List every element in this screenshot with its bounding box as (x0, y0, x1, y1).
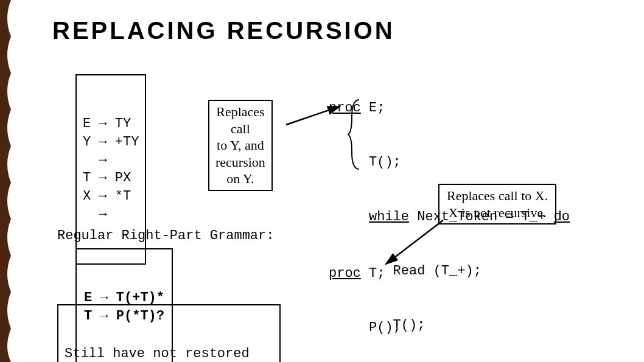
replaces-x-box: Replaces call to X. X is not recursive. (438, 184, 556, 225)
code-e-l1: proc E; (329, 99, 570, 117)
replaces-y-box: Replaces call to Y, and recursion on Y. (208, 100, 273, 191)
code-proc-t: proc T; P(); if Next_Token = T_* then Re… (329, 229, 570, 362)
replaces-x-text: Replaces call to X. X is not recursive. (447, 187, 548, 221)
code-t-l2: P(); (329, 319, 570, 337)
still-box: Still have not restored left associativi… (57, 304, 281, 362)
code-e-l2: T(); (329, 153, 570, 172)
still-text: Still have not restored left associativi… (65, 345, 273, 362)
replaces-y-text: Replaces call to Y, and recursion on Y. (215, 103, 265, 187)
slide-title: REPLACING RECURSION (52, 17, 395, 44)
grammar-text: E → TY Y → +TY → T → PX X → *T → (83, 115, 139, 223)
wave-border (0, 0, 18, 362)
code-t-l1: proc T; (329, 265, 570, 283)
rrpg-label: Regular Right-Part Grammar: (57, 227, 274, 245)
